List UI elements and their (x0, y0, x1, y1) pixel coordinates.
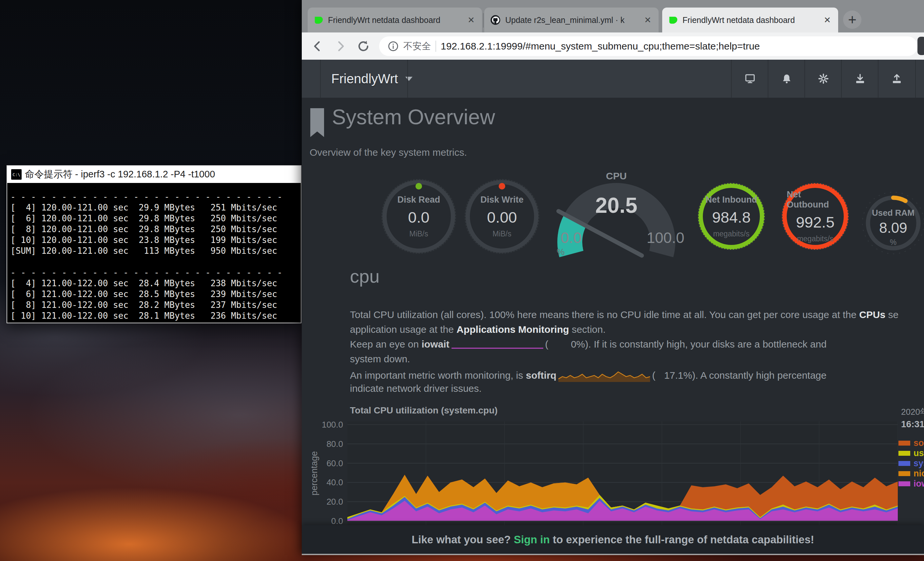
legend-item-iowait[interactable]: iowait (898, 479, 924, 489)
legend-swatch (898, 481, 910, 486)
ytick-40: 40.0 (304, 477, 343, 487)
cpu-description-line-6: indicate network driver issues. (350, 383, 924, 394)
text: section. (569, 324, 606, 335)
terminal-window[interactable]: C:\ 命令提示符 - iperf3 -c 192.168.1.2 -P4 -t… (6, 165, 302, 323)
text: Total CPU utilization (all cores). 100% … (350, 309, 859, 320)
upload-icon (891, 73, 903, 84)
url-divider (435, 41, 436, 52)
gauge-unit: MiB/s (409, 230, 428, 238)
ytick-100: 100.0 (304, 420, 343, 430)
alarms-button[interactable] (768, 60, 805, 98)
chart-title: Total CPU utilization (system.cpu) (350, 405, 498, 416)
forward-icon[interactable] (333, 39, 348, 53)
chart-time-label: 16:31:2 (901, 419, 924, 430)
netdata-host-name: FriendlyWrt (331, 71, 398, 86)
gauge-label: Disk Write (480, 195, 524, 205)
legend-item-system[interactable]: system (898, 459, 924, 469)
banner-text: Like what you see? (411, 534, 514, 546)
gauge-min: 0.0 (552, 229, 591, 247)
text: ( (545, 339, 549, 349)
url-text[interactable]: 192.168.2.1:19999/#menu_system_submenu_c… (441, 41, 760, 52)
chart-ylabel: percentage (309, 441, 320, 506)
terminal-output: - - - - - - - - - - - - - - - - - - - - … (7, 183, 301, 323)
back-icon[interactable] (310, 39, 325, 53)
iowait-term: iowait (422, 339, 450, 349)
gauge-label: Net Outbound (787, 190, 844, 210)
info-icon[interactable] (388, 41, 399, 52)
gauge-value: 992.5 (796, 213, 834, 231)
gauge-max: 100.0 (639, 229, 692, 247)
applications-monitoring-link[interactable]: Applications Monitoring (456, 324, 569, 335)
gauge-unit: % (551, 247, 570, 257)
text: An important metric worth monitoring, is (350, 370, 526, 381)
toolbar-partial-icon[interactable] (918, 37, 924, 55)
gauge-unit: megabits/s (797, 235, 833, 243)
browser-toolbar: 不安全 192.168.2.1:19999/#menu_system_subme… (302, 33, 924, 60)
legend-swatch (898, 461, 910, 466)
netdata-tab-icon (314, 15, 323, 25)
sign-in-link[interactable]: Sign in (514, 534, 550, 546)
text: system down. (350, 353, 410, 364)
import-button[interactable] (842, 60, 879, 98)
cpu-description-line-5: An important metric worth monitoring, is… (350, 368, 924, 383)
legend-swatch (898, 441, 910, 445)
print-mode-button[interactable] (732, 60, 768, 98)
terminal-blank-line (10, 256, 296, 267)
gauge-value: 8.09 (867, 220, 920, 236)
cpu-utilization-chart[interactable] (347, 421, 898, 525)
iowait-sparkline (452, 339, 543, 350)
chart-date-label: 2020年3 (901, 406, 924, 418)
gauge-disk-read[interactable]: Disk Read 0.0 MiB/s (382, 180, 455, 253)
gauge-disk-write[interactable]: Disk Write 0.00 MiB/s (466, 180, 538, 253)
settings-button[interactable] (805, 60, 842, 98)
header-seam (915, 60, 916, 98)
terminal-separator: - - - - - - - - - - - - - - - - - - - - … (10, 267, 296, 278)
iowait-value: 0% (549, 339, 585, 350)
text: application usage at the (350, 324, 456, 335)
cpus-link[interactable]: CPUs (859, 309, 885, 320)
tab-close-icon[interactable]: ✕ (642, 15, 653, 25)
softirq-value: 17.1% (656, 370, 692, 381)
browser-tab-3-active[interactable]: FriendlyWrt netdata dashboard ✕ (662, 8, 838, 33)
address-bar[interactable]: 不安全 192.168.2.1:19999/#menu_system_subme… (379, 36, 918, 56)
banner-text: to experience the full-range of netdata … (550, 534, 814, 546)
ytick-60: 60.0 (304, 459, 343, 469)
cpu-description-line-4: system down. (350, 353, 924, 365)
tab-close-icon[interactable]: ✕ (822, 15, 833, 25)
legend-item-user[interactable]: user (898, 448, 924, 459)
terminal-separator: - - - - - - - - - - - - - - - - - - - - … (10, 191, 296, 202)
export-button[interactable] (879, 60, 915, 98)
browser-tab-1[interactable]: FriendlyWrt netdata dashboard ✕ (308, 8, 482, 33)
legend-label: softirq (914, 438, 924, 448)
softirq-sparkline (558, 368, 650, 383)
gear-icon (818, 73, 829, 84)
page-title: System Overview (332, 105, 495, 129)
tab-title: Update r2s_lean_minimal.yml · k (505, 15, 638, 25)
tab-close-icon[interactable]: ✕ (466, 15, 477, 25)
netdata-host-dropdown[interactable]: FriendlyWrt (331, 60, 412, 98)
text: Keep an eye on (350, 339, 422, 349)
gauge-label: CPU (590, 170, 642, 182)
legend-item-softirq[interactable]: softirq (898, 438, 924, 448)
terminal-titlebar[interactable]: C:\ 命令提示符 - iperf3 -c 192.168.1.2 -P4 -t… (7, 166, 301, 183)
netdata-dashboard: System Overview Overview of the key syst… (302, 98, 924, 525)
gauge-net-inbound[interactable]: Net Inbound 984.8 megabits/s (698, 183, 765, 250)
new-tab-button[interactable]: + (843, 11, 861, 29)
reload-icon[interactable] (356, 39, 370, 53)
browser-tab-2[interactable]: Update r2s_lean_minimal.yml · k ✕ (484, 8, 658, 33)
terminal-block-2: [ 4] 121.00-122.00 sec 28.4 MBytes 238 M… (10, 278, 296, 323)
header-seam (320, 60, 321, 98)
gauge-net-outbound[interactable]: Net Outbound 992.5 megabits/s (782, 183, 849, 250)
cpu-description-line-2: application usage at the Applications Mo… (350, 324, 924, 335)
browser-window-edge (302, 554, 924, 555)
gauge-label: Disk Read (398, 195, 440, 205)
header-seam (407, 60, 408, 98)
text: indicate network driver issues. (350, 383, 482, 394)
gauge-value: 0.0 (408, 208, 429, 226)
legend-item-nice[interactable]: nice (898, 469, 924, 479)
gauge-value: 0.00 (487, 208, 517, 226)
gauge-unit: % (867, 238, 920, 247)
ytick-20: 20.0 (304, 497, 343, 507)
text: ( (652, 370, 656, 381)
ytick-80: 80.0 (304, 439, 343, 449)
